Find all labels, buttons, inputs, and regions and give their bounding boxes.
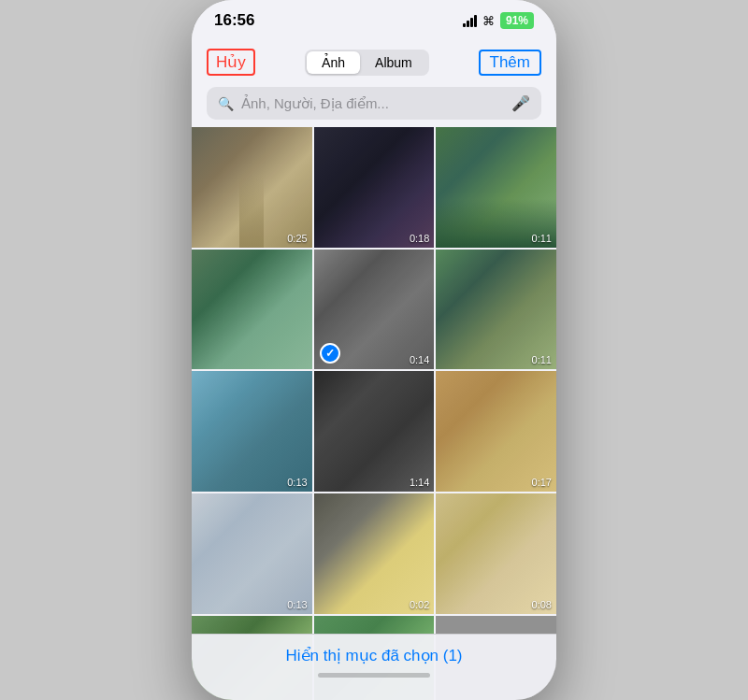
tab-album[interactable]: Album	[360, 51, 427, 74]
search-placeholder-text: Ảnh, Người, Địa điểm...	[241, 95, 504, 112]
photo-duration-10: 0:13	[287, 599, 307, 610]
photo-cell-6[interactable]: 0:11	[436, 250, 556, 370]
photo-cell-8[interactable]: 1:14	[314, 371, 435, 492]
photo-grid: 0:25 0:18 0:11 0:14 0:11 0:13 1	[192, 127, 556, 700]
microphone-icon[interactable]: 🎤	[511, 94, 530, 112]
search-icon: 🔍	[218, 96, 234, 111]
status-bar: 16:56 ⌘ 91%	[192, 0, 556, 41]
wifi-icon: ⌘	[482, 14, 495, 28]
status-time: 16:56	[214, 11, 254, 30]
photo-duration-5: 0:14	[410, 354, 429, 365]
photo-cell-3[interactable]: 0:11	[436, 127, 556, 248]
photo-cell-11[interactable]: 0:02	[314, 493, 435, 614]
photo-duration-7: 0:13	[287, 477, 307, 488]
photo-duration-11: 0:02	[410, 599, 429, 610]
show-selected-button[interactable]: Hiển thị mục đã chọn (1)	[285, 647, 462, 664]
photo-cell-1[interactable]: 0:25	[192, 127, 312, 248]
photo-duration-8: 1:14	[410, 477, 429, 488]
search-bar[interactable]: 🔍 Ảnh, Người, Địa điểm... 🎤	[207, 87, 541, 120]
photo-duration-2: 0:18	[410, 233, 429, 244]
photo-cell-4[interactable]	[192, 250, 312, 370]
photo-cell-2[interactable]: 0:18	[314, 127, 435, 248]
photo-duration-6: 0:11	[532, 354, 552, 365]
nav-bar: Hủy Ảnh Album Thêm	[192, 41, 556, 83]
add-button[interactable]: Thêm	[479, 50, 541, 76]
status-icons: ⌘ 91%	[463, 12, 534, 29]
bottom-bar: Hiển thị mục đã chọn (1)	[192, 634, 556, 700]
photo-cell-7[interactable]: 0:13	[192, 371, 312, 492]
photo-cell-10[interactable]: 0:13	[192, 493, 312, 614]
photo-cell-5[interactable]: 0:14	[314, 250, 435, 370]
photo-duration-1: 0:25	[287, 233, 307, 244]
home-indicator	[318, 673, 430, 678]
photo-duration-3: 0:11	[532, 233, 552, 244]
selected-checkmark-badge	[320, 343, 340, 364]
tab-photo[interactable]: Ảnh	[307, 51, 361, 74]
photo-album-segmented-control: Ảnh Album	[305, 50, 429, 76]
photo-cell-9[interactable]: 0:17	[436, 371, 556, 492]
photo-duration-9: 0:17	[532, 477, 552, 488]
photo-cell-12[interactable]: 0:08	[436, 493, 556, 614]
signal-icon	[463, 15, 477, 27]
phone-frame: 16:56 ⌘ 91% Hủy Ảnh Album Thêm 🔍 Ảnh, Ng…	[192, 0, 556, 700]
battery-indicator: 91%	[500, 12, 534, 29]
cancel-button[interactable]: Hủy	[207, 49, 255, 76]
photo-duration-12: 0:08	[532, 599, 552, 610]
